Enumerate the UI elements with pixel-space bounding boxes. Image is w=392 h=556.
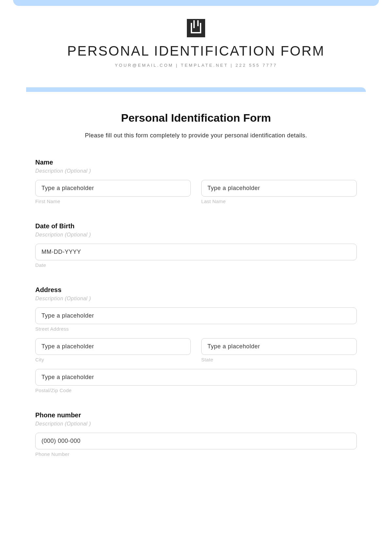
page-container: PERSONAL IDENTIFICATION FORM YOUR@EMAIL.… <box>0 6 392 495</box>
section-address: Address Description (Optional ) Street A… <box>26 286 366 393</box>
section-dob: Date of Birth Description (Optional ) Da… <box>26 222 366 268</box>
city-sublabel: City <box>35 357 191 362</box>
form-title: Personal Identification Form <box>26 112 366 124</box>
zip-input[interactable] <box>35 369 357 386</box>
address-description: Description (Optional ) <box>35 296 357 302</box>
street-address-sublabel: Street Address <box>35 326 357 332</box>
top-accent-bar <box>13 0 379 6</box>
form-intro: Please fill out this form completely to … <box>26 132 366 139</box>
header-subtitle: YOUR@EMAIL.COM | TEMPLATE.NET | 222 555 … <box>26 63 366 68</box>
name-label: Name <box>35 159 357 166</box>
state-input[interactable] <box>201 338 357 355</box>
dob-sublabel: Date <box>35 262 357 268</box>
city-input[interactable] <box>35 338 191 355</box>
section-name: Name Description (Optional ) First Name … <box>26 159 366 204</box>
address-label: Address <box>35 286 357 294</box>
first-name-sublabel: First Name <box>35 199 191 204</box>
dob-input[interactable] <box>35 244 357 260</box>
header: PERSONAL IDENTIFICATION FORM YOUR@EMAIL.… <box>26 6 366 78</box>
street-address-input[interactable] <box>35 307 357 324</box>
zip-sublabel: Postal/Zip Code <box>35 388 357 393</box>
logo-icon <box>187 19 205 37</box>
last-name-input[interactable] <box>201 180 357 197</box>
first-name-input[interactable] <box>35 180 191 197</box>
name-description: Description (Optional ) <box>35 168 357 174</box>
last-name-sublabel: Last Name <box>201 199 357 204</box>
phone-label: Phone number <box>35 411 357 419</box>
header-title: PERSONAL IDENTIFICATION FORM <box>26 43 366 59</box>
state-sublabel: State <box>201 357 357 362</box>
divider-accent-bar <box>26 87 366 92</box>
phone-input[interactable] <box>35 433 357 449</box>
phone-description: Description (Optional ) <box>35 421 357 427</box>
phone-sublabel: Phone Number <box>35 451 357 457</box>
dob-description: Description (Optional ) <box>35 232 357 238</box>
section-phone: Phone number Description (Optional ) Pho… <box>26 411 366 457</box>
dob-label: Date of Birth <box>35 222 357 230</box>
